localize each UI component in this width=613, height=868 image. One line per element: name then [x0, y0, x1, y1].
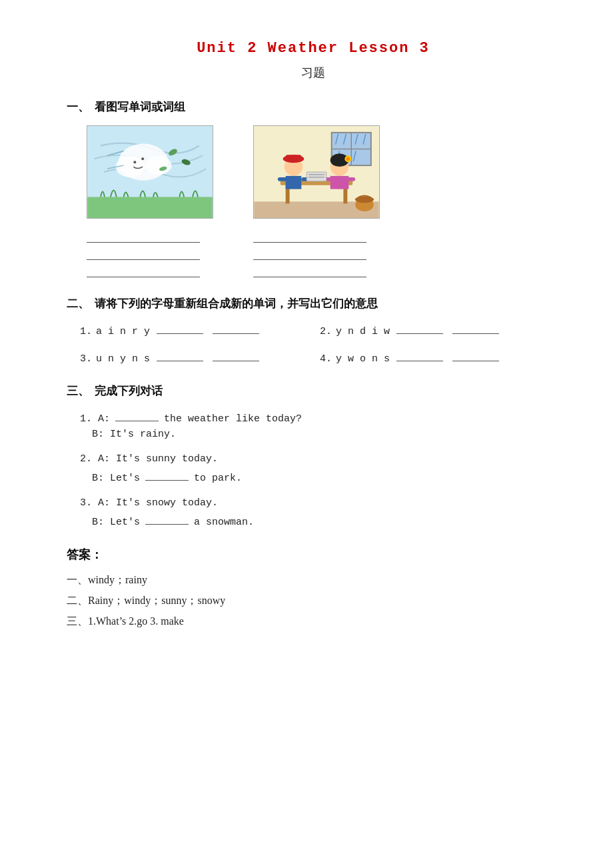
section-2-number: 二、	[67, 296, 89, 311]
section-3-number: 三、	[67, 383, 89, 399]
answer-line	[87, 264, 200, 277]
answer-line	[87, 247, 200, 260]
image-rainy	[253, 125, 380, 219]
section-1-number: 一、	[67, 99, 89, 115]
images-row	[67, 125, 560, 277]
section-2: 二、 请将下列的字母重新组合成新的单词，并写出它们的意思 1. a i n r …	[67, 296, 560, 365]
ex1-blank1[interactable]	[157, 322, 203, 334]
section-2-title: 二、 请将下列的字母重新组合成新的单词，并写出它们的意思	[67, 296, 560, 311]
image-block-2	[253, 125, 380, 277]
word-item-3: 3. u n y n s	[80, 349, 320, 365]
answer-lines-right	[253, 229, 380, 277]
answer-line	[87, 229, 200, 243]
answer-item-2: 二、Rainy；windy；sunny；snowy	[67, 594, 560, 608]
dialogue-1-lineA: 1. A: the weather like today?	[80, 409, 560, 425]
ex1-blank2[interactable]	[213, 322, 259, 334]
ex3-id: 3.	[80, 353, 92, 365]
ex4-blank1[interactable]	[396, 349, 443, 361]
dialogue-3-lineA: 3. A: It's snowy today.	[80, 497, 560, 509]
svg-rect-37	[347, 177, 355, 181]
word-item-4: 4. y w o n s	[320, 349, 560, 365]
word-item-2: 2. y n d i w	[320, 322, 560, 337]
dialogue-item-1: 1. A: the weather like today? B: It's ra…	[80, 409, 560, 440]
d3-blank[interactable]	[145, 513, 189, 525]
d1-blank[interactable]	[115, 409, 159, 421]
answer-item-1: 一、windy；rainy	[67, 573, 560, 587]
answer-line	[253, 229, 366, 243]
ex3-blank1[interactable]	[157, 349, 203, 361]
section-3-title: 三、 完成下列对话	[67, 383, 560, 399]
answer-lines-left	[87, 229, 213, 277]
dialogue-1-lineB: B: It's rainy.	[80, 429, 560, 440]
dialogue-3-lineB: B: Let's a snowman.	[80, 513, 560, 528]
svg-rect-27	[286, 176, 302, 189]
ex4-blank2[interactable]	[452, 349, 499, 361]
svg-rect-9	[87, 197, 212, 218]
ex3-letters: u n y n s	[96, 353, 150, 365]
word-item-1: 1. a i n r y	[80, 322, 320, 337]
subtitle: 习题	[67, 65, 560, 81]
ex1-letters: a i n r y	[96, 326, 150, 337]
answer-line	[253, 247, 366, 260]
answers-title: 答案：	[67, 547, 560, 563]
svg-rect-35	[330, 176, 349, 189]
ex2-blank1[interactable]	[396, 322, 443, 334]
answers-label: 答案：	[67, 547, 103, 563]
dialogue-2-lineB: B: Let's to park.	[80, 469, 560, 484]
dialogue-2-lineA: 2. A: It's sunny today.	[80, 453, 560, 465]
section-3: 三、 完成下列对话 1. A: the weather like today? …	[67, 383, 560, 528]
svg-point-5	[141, 157, 144, 160]
dialogue-item-2: 2. A: It's sunny today. B: Let's to park…	[80, 453, 560, 484]
answers-section: 答案： 一、windy；rainy 二、Rainy；windy；sunny；sn…	[67, 547, 560, 629]
section-1: 一、 看图写单词或词组	[67, 99, 560, 277]
answer-item-3: 三、1.What’s 2.go 3. make	[67, 615, 560, 629]
ex2-id: 2.	[320, 326, 332, 337]
word-row-1: 1. a i n r y 2. y n d i w	[80, 322, 560, 337]
ex2-blank2[interactable]	[452, 322, 499, 334]
svg-point-2	[116, 156, 145, 177]
section-1-label: 看图写单词或词组	[95, 99, 185, 115]
svg-rect-38	[306, 172, 326, 181]
svg-point-4	[133, 161, 136, 163]
section-1-title: 一、 看图写单词或词组	[67, 99, 560, 115]
d2-blank[interactable]	[145, 469, 189, 481]
ex1-id: 1.	[80, 326, 92, 337]
ex4-id: 4.	[320, 353, 332, 365]
svg-rect-28	[278, 177, 287, 181]
answer-line	[253, 264, 366, 277]
svg-point-3	[145, 156, 171, 175]
dialogue-item-3: 3. A: It's snowy today. B: Let's a snowm…	[80, 497, 560, 528]
ex4-letters: y w o n s	[336, 353, 390, 365]
ex3-blank2[interactable]	[213, 349, 259, 361]
image-block-1	[87, 125, 213, 277]
word-exercises: 1. a i n r y 2. y n d i w 3. u n y n s 4	[67, 322, 560, 365]
section-2-label: 请将下列的字母重新组合成新的单词，并写出它们的意思	[95, 296, 378, 311]
svg-rect-26	[286, 155, 302, 161]
dialogue-exercises: 1. A: the weather like today? B: It's ra…	[67, 409, 560, 528]
svg-point-34	[346, 157, 350, 161]
word-row-2: 3. u n y n s 4. y w o n s	[80, 349, 560, 365]
section-3-label: 完成下列对话	[95, 383, 163, 399]
image-windy	[87, 125, 213, 219]
page-title: Unit 2 Weather Lesson 3	[67, 40, 560, 57]
svg-point-32	[333, 153, 346, 161]
ex2-letters: y n d i w	[336, 326, 390, 337]
